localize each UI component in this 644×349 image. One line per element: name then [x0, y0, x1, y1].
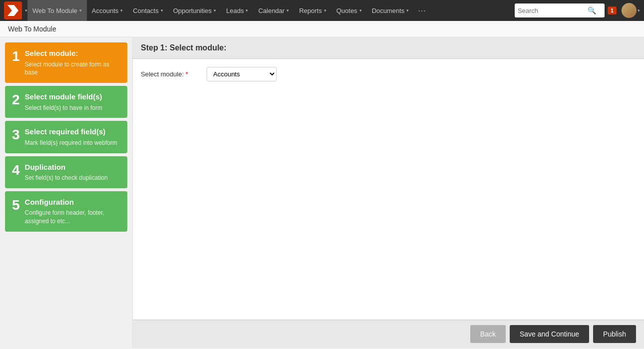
step-2-item[interactable]: 2 Select module field(s) Select field(s)…: [5, 86, 127, 118]
step-3-item[interactable]: 3 Select required field(s) Mark field(s)…: [5, 121, 127, 153]
nav-arrow-icon: ▾: [324, 8, 326, 13]
user-avatar[interactable]: [622, 3, 637, 18]
nav-item-documents[interactable]: Documents ▾: [367, 0, 414, 21]
module-select-row: Select module: * Accounts Contacts Leads…: [141, 67, 636, 81]
avatar-image: [622, 3, 637, 18]
search-icon: 🔍: [588, 6, 596, 14]
step-5-title: Configuration: [25, 197, 120, 207]
nav-item-leads[interactable]: Leads ▾: [221, 0, 253, 21]
step-3-desc: Mark field(s) required into webform: [25, 139, 117, 147]
step-1-desc: Select module to create form as base: [25, 60, 120, 77]
step-3-number: 3: [12, 128, 20, 142]
step-5-number: 5: [12, 198, 20, 212]
step-1-content: Select module: Select module to create f…: [25, 48, 120, 77]
step-4-desc: Set field(s) to check duplication: [25, 174, 108, 182]
step-2-number: 2: [12, 93, 20, 107]
app-logo[interactable]: [4, 1, 22, 19]
notification-badge[interactable]: 1: [608, 6, 617, 14]
step-2-title: Select module field(s): [25, 92, 102, 102]
nav-arrow-icon: ▾: [287, 8, 289, 13]
nav-item-calendar[interactable]: Calendar ▾: [253, 0, 294, 21]
step-4-number: 4: [12, 163, 20, 177]
nav-arrow-icon: ▾: [120, 8, 123, 13]
module-select-label: Select module: *: [141, 70, 201, 78]
step-1-title: Select module:: [25, 48, 120, 58]
step-5-item[interactable]: 5 Configuration Configure form header, f…: [5, 191, 127, 232]
step-4-item[interactable]: 4 Duplication Set field(s) to check dupl…: [5, 156, 127, 188]
step-4-title: Duplication: [25, 162, 108, 172]
module-select[interactable]: Accounts Contacts Leads Opportunities: [207, 67, 277, 81]
step-2-content: Select module field(s) Select field(s) t…: [25, 92, 102, 112]
search-input[interactable]: [518, 7, 588, 14]
footer-actions: Back Save and Continue Publish: [133, 320, 644, 348]
nav-arrow-icon: ▾: [359, 8, 362, 13]
content-body: Select module: * Accounts Contacts Leads…: [133, 59, 644, 320]
nav-item-web-to-module[interactable]: Web To Module ▾: [27, 0, 87, 21]
required-marker: *: [186, 70, 188, 78]
step-3-title: Select required field(s): [25, 127, 117, 137]
main-layout: 1 Select module: Select module to create…: [0, 37, 644, 348]
nav-arrow-icon: ▾: [161, 8, 163, 13]
content-area: Step 1: Select module: Select module: * …: [132, 37, 644, 348]
sidebar: 1 Select module: Select module to create…: [0, 37, 132, 348]
step-4-content: Duplication Set field(s) to check duplic…: [25, 162, 108, 182]
step-3-content: Select required field(s) Mark field(s) r…: [25, 127, 117, 147]
nav-item-accounts[interactable]: Accounts ▾: [87, 0, 128, 21]
nav-arrow-icon: ▾: [246, 8, 248, 13]
back-button[interactable]: Back: [470, 325, 506, 343]
nav-item-opportunities[interactable]: Opportunities ▾: [168, 0, 221, 21]
nav-item-reports[interactable]: Reports ▾: [294, 0, 331, 21]
logo-icon: [7, 5, 18, 16]
nav-item-contacts[interactable]: Contacts ▾: [128, 0, 168, 21]
step-5-desc: Configure form header, footer, assigned …: [25, 209, 120, 226]
nav-arrow-icon: ▾: [79, 8, 82, 13]
breadcrumb: Web To Module: [0, 21, 644, 37]
step-1-item[interactable]: 1 Select module: Select module to create…: [5, 42, 127, 83]
save-continue-button[interactable]: Save and Continue: [510, 325, 589, 343]
user-menu-arrow[interactable]: ▾: [638, 8, 640, 13]
top-navigation: ▾ Web To Module ▾ Accounts ▾ Contacts ▾ …: [0, 0, 644, 21]
publish-button[interactable]: Publish: [593, 325, 636, 343]
step-5-content: Configuration Configure form header, foo…: [25, 197, 120, 226]
step-2-desc: Select field(s) to have in form: [25, 104, 102, 112]
step-1-number: 1: [12, 49, 20, 63]
nav-more-button[interactable]: ⋯: [414, 0, 430, 21]
nav-arrow-icon: ▾: [406, 8, 409, 13]
search-box[interactable]: 🔍: [515, 3, 605, 17]
nav-item-quotes[interactable]: Quotes ▾: [331, 0, 367, 21]
step-header: Step 1: Select module:: [133, 37, 644, 59]
nav-arrow-icon: ▾: [214, 8, 216, 13]
